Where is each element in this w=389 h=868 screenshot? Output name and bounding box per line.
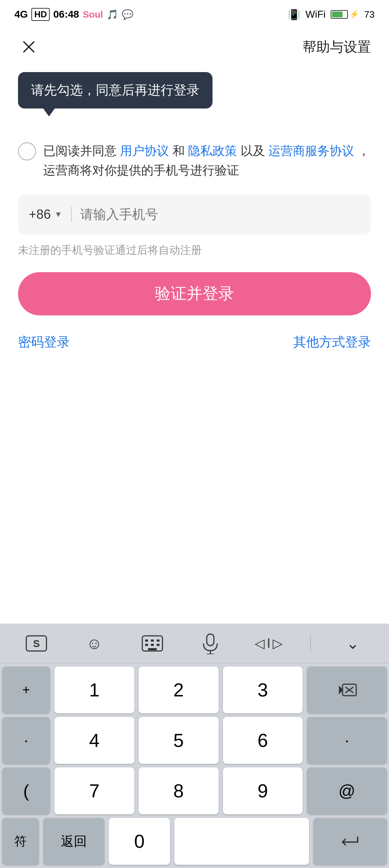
key-1[interactable]: 1	[54, 666, 134, 713]
carrier-agreement-link[interactable]: 运营商服务协议	[268, 144, 354, 158]
password-login-link[interactable]: 密码登录	[18, 333, 70, 351]
key-return-cn[interactable]: 返回	[43, 818, 104, 865]
svg-rect-8	[145, 644, 148, 646]
svg-rect-6	[151, 639, 154, 642]
microphone-icon	[201, 633, 219, 654]
keyboard-row-4: 符 返回 0	[0, 816, 389, 867]
key-enter[interactable]	[313, 818, 387, 865]
country-code-value: +86	[29, 207, 51, 222]
status-right: 📳 WiFi ⚡ 73	[288, 9, 375, 21]
status-left: 4G HD 06:48 Soul 🎵 💬	[14, 8, 133, 21]
swipe-icon: S	[26, 634, 47, 652]
svg-rect-5	[145, 639, 148, 642]
chevron-down-icon: ▼	[54, 210, 62, 219]
app-icon2: 🎵	[107, 9, 118, 20]
country-code-selector[interactable]: +86 ▼	[29, 207, 72, 222]
time-display: 06:48	[53, 9, 79, 20]
bottom-links: 密码登录 其他方式登录	[18, 333, 371, 351]
vibrate-icon: 📳	[288, 9, 300, 21]
hint-text: 未注册的手机号验证通过后将自动注册	[18, 243, 371, 258]
close-button[interactable]	[18, 36, 40, 58]
toolbar-divider	[310, 634, 311, 652]
battery-tip: ⚡	[349, 10, 359, 19]
agreement-and1: 和	[173, 144, 188, 158]
agreement-row: 已阅读并同意 用户协议 和 隐私政策 以及 运营商服务协议 ，运营商将对你提供的…	[18, 141, 371, 180]
key-3[interactable]: 3	[223, 666, 303, 713]
battery-icon: ⚡	[331, 10, 359, 19]
keyboard-toolbar: S ☺ ◁ I ▷ ⌄	[0, 624, 389, 663]
key-period[interactable]: ·	[307, 717, 387, 764]
key-6[interactable]: 6	[223, 717, 303, 764]
keyboard-area: S ☺ ◁ I ▷ ⌄	[0, 624, 389, 868]
tooltip-bubble: 请先勾选，同意后再进行登录	[18, 72, 213, 108]
enter-icon	[340, 834, 360, 849]
keyboard-icon	[142, 634, 163, 652]
key-8[interactable]: 8	[139, 767, 219, 814]
help-settings-button[interactable]: 帮助与设置	[303, 38, 371, 56]
signal-4g: 4G	[14, 9, 28, 20]
keyboard-switch-button[interactable]	[136, 631, 169, 656]
keyboard-grid: + 1 2 3 · 4 5 6 · ( 7 8	[0, 663, 389, 868]
close-icon	[22, 40, 36, 54]
key-plus[interactable]: +	[2, 666, 50, 713]
phone-number-input[interactable]	[72, 207, 360, 222]
status-bar: 4G HD 06:48 Soul 🎵 💬 📳 WiFi ⚡ 73	[0, 0, 389, 29]
soul-icon: Soul	[83, 9, 103, 20]
keyboard-row-1: + 1 2 3	[0, 665, 389, 715]
hd-badge: HD	[31, 8, 50, 21]
key-0[interactable]: 0	[109, 818, 170, 865]
main-content: 请先勾选，同意后再进行登录 已阅读并同意 用户协议 和 隐私政策 以及 运营商服…	[0, 65, 389, 366]
other-login-link[interactable]: 其他方式登录	[293, 333, 371, 351]
cursor-move-button[interactable]: ◁ I ▷	[252, 631, 285, 656]
svg-rect-7	[157, 639, 160, 642]
keyboard-row-3: ( 7 8 9 @	[0, 766, 389, 816]
battery-percent: 73	[364, 9, 375, 20]
key-dot[interactable]: ·	[2, 717, 50, 764]
emoji-button[interactable]: ☺	[78, 631, 111, 656]
key-at[interactable]: @	[307, 767, 387, 814]
key-5[interactable]: 5	[139, 717, 219, 764]
key-symbol[interactable]: 符	[2, 818, 39, 865]
agreement-radio[interactable]	[18, 142, 36, 160]
microphone-button[interactable]	[194, 631, 227, 656]
key-backspace[interactable]	[307, 666, 387, 713]
key-7[interactable]: 7	[54, 767, 134, 814]
privacy-policy-link[interactable]: 隐私政策	[188, 144, 237, 158]
svg-text:S: S	[33, 638, 40, 649]
agreement-prefix: 已阅读并同意	[43, 144, 117, 158]
key-2[interactable]: 2	[139, 666, 219, 713]
swipe-keyboard-button[interactable]: S	[20, 631, 53, 656]
key-space[interactable]	[174, 818, 309, 865]
wifi-icon: WiFi	[305, 9, 326, 20]
user-agreement-link[interactable]: 用户协议	[120, 144, 169, 158]
key-4[interactable]: 4	[54, 717, 134, 764]
keyboard-row-2: · 4 5 6 ·	[0, 715, 389, 766]
svg-rect-10	[157, 644, 160, 646]
svg-rect-9	[151, 644, 154, 646]
key-9[interactable]: 9	[223, 767, 303, 814]
svg-rect-12	[207, 634, 214, 646]
verify-login-button[interactable]: 验证并登录	[18, 272, 371, 315]
collapse-keyboard-button[interactable]: ⌄	[336, 631, 369, 656]
svg-rect-11	[148, 648, 157, 650]
page-header: 帮助与设置	[0, 29, 389, 65]
agreement-and2: 以及	[241, 144, 268, 158]
discord-icon: 💬	[122, 9, 133, 20]
phone-input-container: +86 ▼	[18, 195, 371, 234]
key-paren[interactable]: (	[2, 767, 50, 814]
agreement-text: 已阅读并同意 用户协议 和 隐私政策 以及 运营商服务协议 ，运营商将对你提供的…	[43, 141, 371, 180]
tooltip-text: 请先勾选，同意后再进行登录	[31, 83, 200, 97]
backspace-icon	[336, 683, 358, 697]
